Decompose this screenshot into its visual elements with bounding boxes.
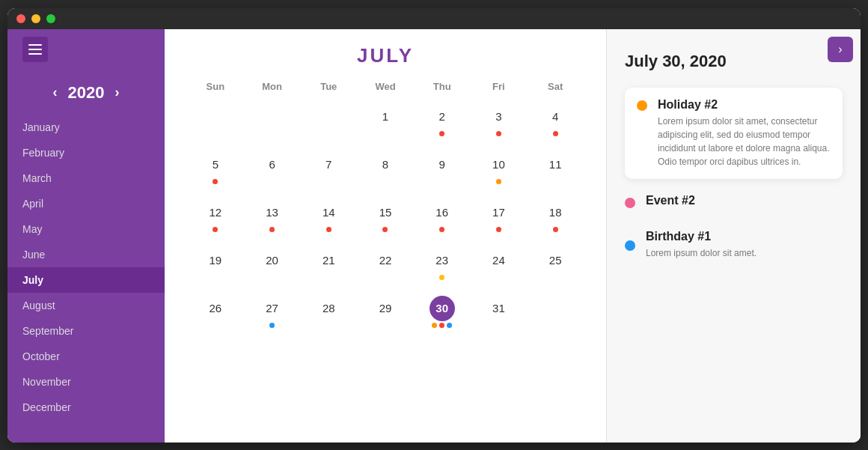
minimize-button[interactable]: [31, 14, 40, 23]
sidebar-month-item[interactable]: December: [7, 395, 165, 420]
day-cell[interactable]: 14: [300, 195, 357, 242]
event-dot: [213, 179, 218, 184]
menu-icon[interactable]: [22, 37, 48, 62]
day-cell[interactable]: 4: [527, 100, 584, 146]
day-cell[interactable]: 20: [244, 243, 301, 290]
sidebar-top: [7, 37, 165, 76]
day-cell[interactable]: 5: [187, 148, 244, 194]
event-dots: [496, 131, 501, 136]
day-cell: [187, 100, 244, 146]
day-number: 11: [542, 152, 568, 177]
event-dots: [439, 275, 444, 280]
event-list-item[interactable]: Birthday #1Lorem ipsum dolor sit amet.: [625, 225, 843, 264]
event-dot: [553, 227, 558, 232]
day-cell[interactable]: 30: [414, 291, 471, 338]
day-cell[interactable]: 17: [471, 195, 528, 242]
sidebar-month-item[interactable]: October: [7, 344, 165, 369]
event-info: Event #2: [646, 194, 695, 210]
event-dots: [496, 227, 501, 232]
day-cell[interactable]: 16: [414, 195, 471, 242]
day-number: 29: [373, 296, 398, 321]
day-number: 2: [430, 104, 455, 130]
calendar-main: JULY SunMonTueWedThuFriSat 1234567891011…: [165, 29, 606, 443]
day-cell[interactable]: 22: [357, 243, 414, 290]
event-list: Holiday #2Lorem ipsum dolor sit amet, co…: [625, 88, 843, 275]
sidebar-month-item[interactable]: September: [7, 318, 165, 344]
event-dot-large: [625, 198, 635, 208]
close-button[interactable]: [16, 14, 25, 23]
day-number: 4: [542, 104, 568, 130]
day-cell[interactable]: 13: [244, 195, 301, 242]
sidebar-month-item[interactable]: March: [7, 165, 165, 191]
month-list: JanuaryFebruaryMarchAprilMayJuneJulyAugu…: [7, 115, 165, 443]
day-cell[interactable]: 1: [357, 100, 414, 146]
event-dot: [269, 323, 275, 328]
day-number: 25: [542, 248, 568, 273]
day-number: 15: [373, 200, 398, 225]
sidebar-month-item[interactable]: February: [7, 140, 165, 165]
titlebar: [7, 8, 861, 29]
day-cell[interactable]: 18: [527, 195, 584, 242]
event-dot: [269, 227, 275, 232]
sidebar-month-item[interactable]: June: [7, 242, 165, 267]
year-nav: ‹ 2020 ›: [7, 76, 165, 115]
event-card[interactable]: Holiday #2Lorem ipsum dolor sit amet, co…: [625, 88, 843, 179]
event-title: Holiday #2: [658, 98, 831, 112]
event-dots: [213, 227, 218, 232]
sidebar-month-item[interactable]: January: [7, 115, 165, 140]
sidebar-month-item[interactable]: July: [7, 267, 165, 293]
day-cell[interactable]: 21: [300, 243, 357, 290]
day-number: 24: [486, 248, 511, 273]
sidebar-month-item[interactable]: April: [7, 191, 165, 216]
event-dots: [269, 323, 275, 328]
day-cell[interactable]: 6: [244, 148, 301, 194]
day-cell[interactable]: 28: [300, 291, 357, 338]
day-cell[interactable]: 24: [471, 243, 528, 290]
event-dot: [496, 227, 501, 232]
day-cell[interactable]: 19: [187, 243, 244, 290]
day-number: 1: [373, 104, 398, 130]
maximize-button[interactable]: [46, 14, 55, 23]
next-button[interactable]: ›: [828, 37, 853, 62]
sidebar-month-item[interactable]: August: [7, 293, 165, 318]
event-dot: [439, 131, 444, 136]
day-header: Wed: [357, 78, 414, 95]
day-header: Thu: [414, 78, 471, 95]
day-cell[interactable]: 12: [187, 195, 244, 242]
event-dots: [553, 227, 558, 232]
day-cell[interactable]: 11: [527, 148, 584, 194]
day-cell[interactable]: 25: [527, 243, 584, 290]
day-headers: SunMonTueWedThuFriSat: [187, 78, 584, 95]
day-number: 5: [203, 152, 228, 177]
day-cell[interactable]: 9: [414, 148, 471, 194]
day-cell[interactable]: 23: [414, 243, 471, 290]
day-cell[interactable]: 10: [471, 148, 528, 194]
day-cell[interactable]: 26: [187, 291, 244, 338]
event-list-item[interactable]: Event #2: [625, 189, 843, 215]
calendar-grid: SunMonTueWedThuFriSat 123456789101112131…: [187, 78, 584, 435]
event-description: Lorem ipsum dolor sit amet.: [646, 246, 757, 260]
event-dots: [213, 179, 218, 184]
event-dot: [447, 323, 452, 328]
day-number: 7: [316, 152, 341, 177]
day-cell[interactable]: 3: [471, 100, 528, 146]
event-dots: [326, 227, 331, 232]
event-dot-large: [637, 100, 647, 111]
day-cell[interactable]: 29: [357, 291, 414, 338]
day-cell[interactable]: 27: [244, 291, 301, 338]
prev-year-button[interactable]: ‹: [53, 85, 58, 100]
day-cell[interactable]: 2: [414, 100, 471, 146]
event-dot: [496, 179, 501, 184]
day-number: 28: [316, 296, 341, 321]
next-year-button[interactable]: ›: [114, 85, 119, 100]
day-number: 18: [542, 200, 568, 225]
day-cell[interactable]: 15: [357, 195, 414, 242]
event-dots: [553, 131, 558, 136]
sidebar-month-item[interactable]: May: [7, 216, 165, 242]
day-cell[interactable]: 8: [357, 148, 414, 194]
day-cell[interactable]: 7: [300, 148, 357, 194]
day-number: 21: [316, 248, 341, 273]
sidebar-month-item[interactable]: November: [7, 369, 165, 395]
year-label: 2020: [68, 83, 105, 103]
day-cell[interactable]: 31: [471, 291, 528, 338]
